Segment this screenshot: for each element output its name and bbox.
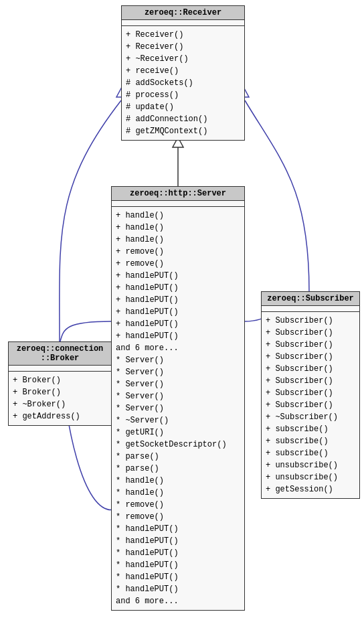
method-line: * ~Server()	[116, 414, 240, 427]
method-line: * remove()	[116, 511, 240, 523]
method-line: + subscribe()	[266, 423, 355, 435]
method-line: + unsubscribe()	[266, 471, 355, 483]
broker-title: zeroeq::connection::Broker	[9, 342, 111, 366]
method-line: + Subscriber()	[266, 363, 355, 375]
method-line: * handlePUT()	[116, 535, 240, 547]
method-line: and 6 more...	[116, 595, 240, 607]
receiver-empty-section	[122, 20, 244, 25]
subscriber-title: zeroeq::Subscriber	[262, 292, 359, 306]
method-line: + Receiver()	[126, 41, 240, 53]
method-line: + receive()	[126, 65, 240, 77]
method-line: * parse()	[116, 451, 240, 463]
method-line: + handlePUT()	[116, 270, 240, 282]
method-line: + Subscriber()	[266, 351, 355, 363]
method-line: + handlePUT()	[116, 330, 240, 342]
method-line: + handle()	[116, 222, 240, 234]
method-line: + Subscriber()	[266, 327, 355, 339]
broker-box: zeroeq::connection::Broker + Broker() + …	[8, 341, 112, 426]
method-line: * remove()	[116, 499, 240, 511]
method-line: * Server()	[116, 378, 240, 390]
method-line: + Subscriber()	[266, 387, 355, 399]
receiver-box: zeroeq::Receiver + Receiver() + Receiver…	[121, 5, 245, 141]
http-server-methods: + handle() + handle() + handle() + remov…	[112, 207, 244, 610]
method-line: + Broker()	[13, 374, 107, 386]
method-line: + handlePUT()	[116, 282, 240, 294]
method-line: + remove()	[116, 246, 240, 258]
method-line: + Subscriber()	[266, 375, 355, 387]
method-line: # addSockets()	[126, 77, 240, 89]
method-line: + handle()	[116, 210, 240, 222]
method-line: + Subscriber()	[266, 315, 355, 327]
method-line: + Broker()	[13, 386, 107, 398]
method-line: + Subscriber()	[266, 399, 355, 411]
http-server-empty	[112, 201, 244, 206]
method-line: and 6 more...	[116, 342, 240, 354]
method-line: * handlePUT()	[116, 583, 240, 595]
method-line: * getSocketDescriptor()	[116, 439, 240, 451]
method-line: + handlePUT()	[116, 294, 240, 306]
method-line: * getURI()	[116, 427, 240, 439]
http-server-box: zeroeq::http::Server + handle() + handle…	[111, 186, 245, 611]
subscriber-methods: + Subscriber() + Subscriber() + Subscrib…	[262, 312, 359, 498]
method-line: + unsubscribe()	[266, 459, 355, 471]
method-line: + subscribe()	[266, 447, 355, 459]
method-line: * handlePUT()	[116, 571, 240, 583]
method-line: + Subscriber()	[266, 339, 355, 351]
method-line: * handlePUT()	[116, 547, 240, 559]
method-line: * handlePUT()	[116, 523, 240, 535]
method-line: * handle()	[116, 487, 240, 499]
subscriber-empty	[262, 306, 359, 311]
broker-methods: + Broker() + Broker() + ~Broker() + getA…	[9, 372, 111, 425]
method-line: # process()	[126, 89, 240, 101]
broker-empty	[9, 366, 111, 371]
method-line: * Server()	[116, 354, 240, 366]
method-line: + Receiver()	[126, 29, 240, 41]
method-line: + remove()	[116, 258, 240, 270]
method-line: # getZMQContext()	[126, 125, 240, 137]
method-line: + ~Subscriber()	[266, 411, 355, 423]
receiver-title: zeroeq::Receiver	[122, 6, 244, 20]
subscriber-box: zeroeq::Subscriber + Subscriber() + Subs…	[261, 291, 360, 499]
method-line: + ~Broker()	[13, 398, 107, 410]
receiver-methods: + Receiver() + Receiver() + ~Receiver() …	[122, 26, 244, 140]
method-line: * Server()	[116, 366, 240, 378]
method-line: + getSession()	[266, 483, 355, 495]
method-line: + subscribe()	[266, 435, 355, 447]
method-line: # update()	[126, 101, 240, 113]
uml-diagram: zeroeq::Receiver + Receiver() + Receiver…	[0, 0, 364, 618]
method-line: * handle()	[116, 475, 240, 487]
method-line: * Server()	[116, 390, 240, 402]
method-line: + handlePUT()	[116, 306, 240, 318]
method-line: + getAddress()	[13, 410, 107, 422]
http-server-title: zeroeq::http::Server	[112, 187, 244, 201]
method-line: * parse()	[116, 463, 240, 475]
method-line: # addConnection()	[126, 113, 240, 125]
method-line: + handle()	[116, 234, 240, 246]
method-line: * handlePUT()	[116, 559, 240, 571]
method-line: * Server()	[116, 402, 240, 414]
method-line: + ~Receiver()	[126, 53, 240, 65]
method-line: + handlePUT()	[116, 318, 240, 330]
